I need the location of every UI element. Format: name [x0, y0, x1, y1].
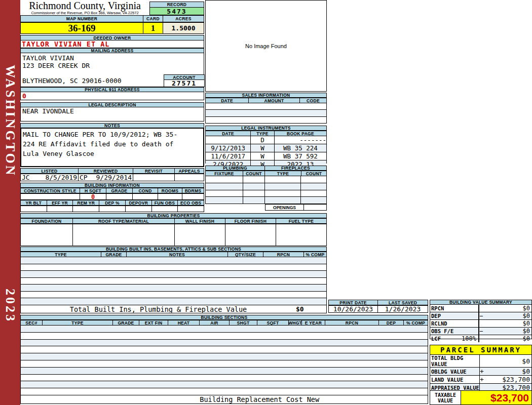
reviewed-initials: CP [80, 174, 88, 181]
listed-header: LISTED [20, 168, 79, 174]
physical-address-header: PHYSICAL 911 ADDRESS [20, 87, 204, 92]
empty-row [206, 190, 326, 197]
print-date-header: PRINT DATE [328, 300, 378, 305]
openings-row: OPENINGS [205, 204, 327, 211]
building-value-summary-header: BUILDING VALUE SUMMARY [430, 300, 532, 305]
listed-initials: JC [22, 174, 30, 181]
li-bookpage-header: BOOK PAGE [275, 131, 327, 136]
hsqft-header: H SQFT [80, 188, 106, 193]
account-box: ACCOUNT 27571 [164, 74, 205, 87]
map-number-value: 36-169 [20, 22, 143, 34]
listed-date: 8/5/2019 [45, 174, 77, 181]
built-ins-rows [20, 257, 327, 305]
bvs-value: $0 [523, 335, 530, 342]
bvs-label: RCLND [431, 320, 447, 327]
legal-instrument-row: 9/12/2013 W WB 35 224 [206, 144, 326, 152]
parcel-summary-rows: TOTAL BLDG VALUE $0 OBLDG VALUE +$0 LAND… [430, 355, 532, 390]
page-subtitle: Commissioner of the Revenue, PO Box 366,… [20, 11, 149, 15]
bi-rpcn-header: RPCN [263, 252, 304, 257]
grade-header: GRADE [113, 320, 139, 326]
parcel-value: $23,700 [502, 376, 530, 383]
sec-header: SEC# [20, 320, 43, 326]
mailing-address-block: TAYLOR VIVIAN 123 DEER CREEK DR BLYTHEWO… [20, 53, 204, 87]
legal-instrument-row: 11/6/2017 W WB 37 592 [206, 152, 326, 160]
deeded-owner-value: TAYLOR VIVIAN ET AL [20, 40, 204, 48]
property-image-panel: No Image Found [205, 0, 327, 92]
map-value-row: 36-169 1 1.5000 [20, 22, 204, 34]
reviewed-date: 9/29/2014 [96, 174, 132, 181]
taxable-value-label: TAXABLE VALUE [430, 390, 461, 405]
building-sections-header: BUILDING SECTIONS [20, 315, 428, 320]
building-info-row1-values: 0 [20, 193, 204, 200]
parcel-label: TOTAL BLDG VALUE [430, 355, 479, 367]
card-value: 1 [143, 22, 163, 34]
sqft-header: SQFT [257, 320, 289, 326]
bvs-op: − [479, 328, 483, 335]
building-properties-values [20, 224, 327, 246]
remyr-header: REM YR [73, 200, 99, 206]
empty-row [21, 375, 428, 382]
built-ins-col-headers: TYPE GRADE NOTES QTY/SIZE RPCN % COMP [20, 252, 327, 257]
fireplace-type-header: TYPE [265, 171, 301, 176]
physical-address-value: 0 [20, 92, 204, 100]
rpcn-header: RPCN [325, 320, 379, 326]
empty-row [21, 285, 326, 292]
print-date-value: 10/26/2023 [328, 305, 378, 313]
ecoobs-header: ECO OBS [178, 200, 204, 206]
notes-header: NOTES [20, 123, 204, 128]
dep-pct-header: DEP % [99, 200, 126, 206]
grade-header: GRADE [106, 188, 133, 193]
hsqft-value: 0 [80, 193, 106, 200]
bi-type-header: TYPE [20, 252, 101, 257]
plumbing-header: PLUMBING [205, 166, 265, 171]
last-saved-value: 1/26/2023 [378, 305, 428, 313]
bvs-op: − [479, 312, 483, 319]
li-date-header: DATE [205, 131, 251, 136]
notes-line: MAIL TO CHANGE PER TO 10/9/2012; WB 35- [21, 130, 203, 139]
empty-row [21, 271, 326, 278]
parcel-value: $0 [522, 357, 530, 365]
rooms-header: ROOMS [158, 188, 182, 193]
building-properties-col-headers: FOUNDATION ROOF TYPE/MATERIAL WALL FINIS… [20, 218, 327, 224]
empty-row [21, 264, 326, 271]
eyear-header: E YEAR [302, 320, 325, 326]
building-replacement-label: Building Replacement Cost New [200, 395, 319, 403]
mailing-address-header: MAILING ADDRESS [20, 48, 204, 53]
print-info-values: 10/26/2023 1/26/2023 [328, 305, 428, 313]
wall-finish-value [175, 224, 225, 246]
empty-row [21, 292, 326, 299]
bvs-label: RPCN [431, 305, 444, 311]
foundation-value [20, 224, 73, 246]
listed-value: JC 8/5/2019 [20, 174, 79, 181]
review-value-row: JC 8/5/2019 CP 9/29/2014 [20, 174, 204, 181]
bvs-value: $0 [523, 312, 530, 319]
reviewed-value: CP 9/29/2014 [79, 174, 133, 181]
sidebar-county-label: WASHINGTON [3, 65, 18, 177]
mailing-line: 123 DEER CREEK DR [21, 62, 204, 69]
bi-notes-header: NOTES [127, 252, 228, 257]
county-title-block: Richmond County, Virginia Commissioner o… [20, 1, 149, 15]
li-type: W [251, 144, 275, 152]
legal-instruments-col-headers: DATE TYPE BOOK PAGE [205, 131, 327, 136]
plumbing-fireplaces-col-headers: FIXTURE COUNT TYPE COUNT [205, 171, 327, 176]
empty-row [206, 197, 326, 204]
building-info-row2-values [20, 206, 204, 212]
notes-line: Lula Veney Glascoe [21, 149, 203, 158]
fixture-header: FIXTURE [205, 171, 243, 176]
built-ins-header: BUILDING BUILT INS, BASEMENTS, ATTICS & … [20, 247, 327, 252]
empty-row [21, 326, 428, 333]
built-ins-total-label: Total Built Ins, Plumbing & Fireplace Va… [21, 305, 296, 313]
last-saved-header: LAST SAVED [378, 300, 428, 305]
openings-label: OPENINGS [265, 204, 304, 211]
record-header: RECORD [149, 2, 204, 8]
building-sections-rows [20, 326, 428, 395]
empty-row [21, 368, 428, 375]
building-replacement-footer: Building Replacement Cost New [20, 395, 428, 404]
empty-row [21, 257, 326, 264]
appeals-header: APPEALS [175, 168, 204, 174]
card-header: CARD [143, 15, 163, 22]
notes-line: 224 RE Affidavit filed due to death of [21, 139, 203, 149]
empty-row [21, 360, 428, 368]
effyr-header: EFF YR [47, 200, 73, 206]
summary-row: RCLND $0 [430, 320, 531, 328]
